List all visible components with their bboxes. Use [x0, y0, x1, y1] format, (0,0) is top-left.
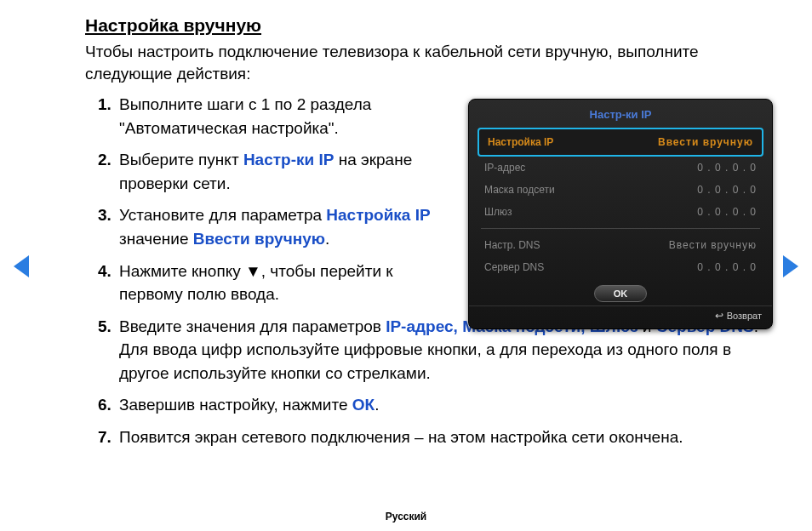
- dialog-row-ip-setup[interactable]: Настройка IP Ввести вручную: [477, 128, 763, 157]
- dialog-title: Настр-ки IP: [469, 108, 772, 128]
- dialog-row-mask[interactable]: Маска подсети 0 . 0 . 0 . 0: [469, 179, 772, 201]
- dialog-row-ip-setup-value: Ввести вручную: [658, 136, 753, 148]
- step-7-text: Появится экран сетевого подключения – на…: [119, 428, 683, 446]
- dialog-row-ip-setup-label: Настройка IP: [488, 136, 553, 148]
- dialog-row-dns-server[interactable]: Сервер DNS 0 . 0 . 0 . 0: [469, 256, 772, 278]
- dialog-row-dns-setup-value: Ввести вручную: [669, 239, 757, 251]
- step-3-text-c: значение: [119, 230, 193, 248]
- page-intro: Чтобы настроить подключение телевизора к…: [85, 41, 778, 84]
- dialog-row-dns-setup[interactable]: Настр. DNS Ввести вручную: [469, 234, 772, 256]
- step-6-text-a: Завершив настройку, нажмите: [119, 396, 352, 414]
- step-3-hl-b: Настройка IP: [326, 206, 430, 224]
- dialog-row-dns-server-value: 0 . 0 . 0 . 0: [697, 261, 757, 273]
- dialog-footer: ↩Возврат: [469, 305, 772, 323]
- step-4-text: Нажмите кнопку ▼, чтобы перейти к первом…: [119, 262, 393, 304]
- step-1-text: Выполните шаги с 1 по 2 раздела "Автомат…: [119, 95, 371, 137]
- dialog-row-mask-value: 0 . 0 . 0 . 0: [697, 184, 757, 196]
- dialog-row-ip-label: IP-адрес: [484, 162, 525, 174]
- return-label[interactable]: Возврат: [727, 311, 762, 321]
- step-6-text-c: .: [375, 396, 379, 414]
- page-title: Настройка вручную: [85, 15, 778, 36]
- step-6-hl-b: ОК: [352, 396, 375, 414]
- step-7: Появится экран сетевого подключения – на…: [116, 425, 778, 449]
- dialog-row-gateway-value: 0 . 0 . 0 . 0: [697, 206, 757, 218]
- dialog-row-gateway-label: Шлюз: [484, 206, 512, 218]
- dialog-divider: [481, 228, 760, 229]
- dialog-row-gateway[interactable]: Шлюз 0 . 0 . 0 . 0: [469, 201, 772, 223]
- ok-button[interactable]: OK: [594, 285, 648, 302]
- ip-settings-dialog: Настр-ки IP Настройка IP Ввести вручную …: [468, 99, 773, 329]
- step-3-text-a: Установите для параметра: [119, 206, 326, 224]
- step-5-text-a: Введите значения для параметров: [119, 317, 386, 335]
- step-6: Завершив настройку, нажмите ОК.: [116, 393, 778, 417]
- steps-list-bottom: Введите значения для параметров IP-адрес…: [85, 315, 778, 449]
- dialog-row-dns-server-label: Сервер DNS: [484, 261, 544, 273]
- return-icon: ↩: [715, 310, 723, 322]
- step-3-text-e: .: [325, 230, 329, 248]
- dialog-row-dns-setup-label: Настр. DNS: [484, 239, 540, 251]
- step-3-hl-d: Ввести вручную: [193, 230, 325, 248]
- step-2-text-a: Выберите пункт: [119, 151, 243, 168]
- dialog-row-ip-value: 0 . 0 . 0 . 0: [697, 162, 757, 174]
- dialog-ok-row: OK: [469, 285, 772, 302]
- step-2-hl: Настр-ки IP: [243, 151, 335, 168]
- dialog-row-mask-label: Маска подсети: [484, 184, 555, 196]
- footer-language: Русский: [0, 511, 812, 522]
- dialog-row-ip[interactable]: IP-адрес 0 . 0 . 0 . 0: [469, 157, 772, 179]
